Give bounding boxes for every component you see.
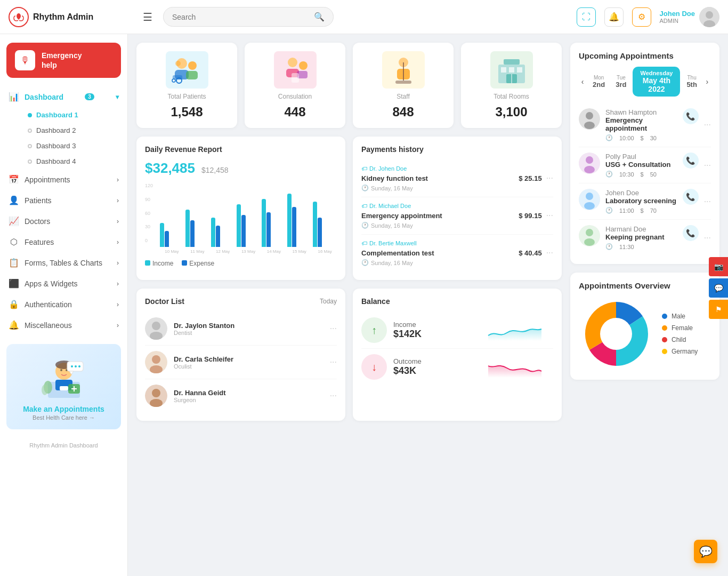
clock-icon-0: 🕐 [361, 185, 369, 191]
chart-legend: Income Expense [145, 258, 337, 268]
hamburger-icon[interactable]: ☰ [143, 11, 152, 23]
expand-icon-btn[interactable]: ⛶ [577, 7, 596, 27]
chevron-up-icon: ▾ [116, 93, 119, 101]
appt-info-1: Polly Paul USG + Consultation 🕐 10:30 $ … [605, 153, 677, 178]
svg-rect-41 [501, 67, 506, 73]
stat-card-staff: Staff 848 [353, 43, 454, 128]
settings-icon-btn[interactable]: ⚙ [632, 7, 651, 27]
sidebar-label-appointments: Appointments [25, 175, 70, 184]
cal-next-btn[interactable]: › [703, 75, 711, 88]
cal-day-wed[interactable]: Wednesday May 4th 2022 [633, 67, 680, 97]
sidebar-item-dashboard[interactable]: 📊 Dashboard 3 ▾ [0, 86, 127, 107]
sidebar-item-apps[interactable]: ⬛ Apps & Widgets › [0, 273, 127, 294]
appt-price-1: 50 [650, 171, 657, 178]
payment-dots-1[interactable]: ··· [546, 211, 553, 220]
sidebar-item-doctors[interactable]: 📈 Doctors › [0, 211, 127, 231]
appt-call-btn-3[interactable]: 📞 [683, 225, 699, 241]
doctor-dots-0[interactable]: ··· [330, 324, 337, 333]
sidebar-item-patients[interactable]: 👤 Patients › [0, 190, 127, 211]
appt-dots-0[interactable]: ··· [704, 120, 711, 130]
payments-title: Payments history [361, 145, 553, 154]
stat-label-consultation: Consulation [278, 93, 312, 100]
doctor-list-card: Doctor List Today Dr. Jaylon Stanton Den… [136, 289, 345, 421]
svg-rect-25 [186, 71, 198, 79]
x-label-2: 12 May [211, 249, 235, 254]
clock-icon-appt-2: 🕐 [605, 207, 613, 214]
payment-dots-2[interactable]: ··· [546, 248, 553, 258]
sub-item-dashboard4[interactable]: Dashboard 4 [19, 154, 127, 169]
cal-prev-btn[interactable]: ‹ [579, 75, 586, 88]
bar-income-3 [237, 204, 241, 247]
appt-call-btn-1[interactable]: 📞 [683, 153, 699, 169]
payment-doctor-1: 🏷Dr. Michael Doe [361, 203, 553, 209]
user-avatar[interactable] [699, 7, 719, 27]
doctor-dots-1[interactable]: ··· [330, 357, 337, 367]
svg-rect-29 [173, 75, 182, 79]
staff-illustration [382, 51, 425, 89]
sub-item-dashboard1[interactable]: Dashboard 1 [19, 107, 127, 123]
clock-icon-appt-1: 🕐 [605, 171, 613, 178]
revenue-amount: $32,485 [145, 160, 195, 177]
dot-icon [28, 144, 32, 148]
user-name: Johen Doe [660, 10, 695, 18]
side-chat-icon[interactable]: 💬 [709, 278, 728, 298]
side-camera-icon[interactable]: 📷 [709, 257, 728, 276]
clock-icon-2: 🕐 [361, 259, 369, 266]
doctor-list-header: Doctor List Today [145, 297, 337, 306]
doctor-name-2: Dr. Hanna Geidt [174, 389, 323, 397]
sidebar-footer: Rhythm Admin Dashboard [0, 438, 127, 453]
doctor-spec-0: Dentist [174, 330, 323, 336]
appt-title-0: Emergency appointment [605, 116, 677, 132]
appt-title-1: USG + Consultation [605, 161, 677, 169]
cal-day-thu[interactable]: Thu 5th [682, 73, 701, 91]
search-input[interactable] [172, 13, 310, 21]
svg-point-32 [299, 61, 308, 70]
svg-rect-8 [60, 386, 68, 390]
payment-date-0: 🕐Sunday, 16 May [361, 185, 553, 191]
sidebar-item-miscellaneous[interactable]: 🔔 Miscellaneous › [0, 315, 127, 335]
cal-day-mon[interactable]: Mon 2nd [588, 73, 609, 91]
appt-meta-3: 🕐 11:30 [605, 243, 677, 250]
payment-row-2: Complementation test $ 40.45 ··· [361, 248, 553, 258]
side-flag-icon[interactable]: ⚑ [709, 300, 728, 319]
rooms-illustration [490, 51, 533, 89]
topnav: Rhythm Admin ☰ 🔍 ⛶ 🔔 ⚙ Johen Doe ADMIN [0, 0, 728, 34]
sub-item-dashboard2[interactable]: Dashboard 2 [19, 123, 127, 138]
stat-card-consultation: Consulation 448 [245, 43, 345, 128]
logo: Rhythm Admin [9, 7, 136, 27]
appt-item-1: Polly Paul USG + Consultation 🕐 10:30 $ … [579, 147, 711, 183]
promo-sub[interactable]: Best Helth Care here → [15, 414, 112, 421]
pie-chart [579, 297, 653, 371]
bell-icon-btn[interactable]: 🔔 [604, 7, 624, 27]
appt-dots-2[interactable]: ··· [704, 197, 711, 206]
appt-dots-1[interactable]: ··· [704, 161, 711, 170]
appt-call-btn-2[interactable]: 📞 [683, 189, 699, 205]
stat-label-staff: Staff [397, 93, 409, 100]
payment-item-0: 🏷Dr. Johen Doe Kidney function test $ 25… [361, 160, 553, 197]
balance-income-value: $142K [393, 329, 470, 340]
payment-row-1: Emergency appointment $ 99.15 ··· [361, 211, 553, 220]
balance-outcome-info: Outcome $43K [393, 357, 470, 377]
appt-call-btn-0[interactable]: 📞 [683, 108, 699, 124]
sub-item-dashboard3[interactable]: Dashboard 3 [19, 138, 127, 154]
sidebar-label-apps: Apps & Widgets [25, 279, 78, 288]
cal-day-tue[interactable]: Tue 3rd [611, 73, 630, 91]
appt-dots-3[interactable]: ··· [704, 233, 711, 243]
chat-bubble-btn[interactable]: 💬 [694, 540, 717, 563]
svg-point-65 [586, 229, 593, 236]
payment-dots-0[interactable]: ··· [546, 173, 553, 183]
sidebar-item-authentication[interactable]: 🔒 Authentication › [0, 294, 127, 315]
appt-title-3: Keeping pregnant [605, 233, 677, 241]
sidebar-item-appointments[interactable]: 📅 Appointments › [0, 169, 127, 190]
doctor-dots-2[interactable]: ··· [330, 391, 337, 401]
appt-time-0: 10:00 [619, 135, 634, 141]
svg-rect-43 [517, 67, 522, 73]
chevron-right-icon8: › [117, 322, 119, 329]
dashboard-icon: 📊 [9, 92, 19, 102]
sidebar-item-forms[interactable]: 📋 Forms, Tables & Charts › [0, 252, 127, 273]
emergency-text: Emergencyhelp [42, 51, 82, 70]
sidebar-item-features[interactable]: ⬡ Features › [0, 231, 127, 252]
search-bar[interactable]: 🔍 [163, 7, 334, 27]
appt-meta-2: 🕐 11:00 $ 70 [605, 207, 677, 214]
emergency-button[interactable]: 🎙 Emergencyhelp [6, 43, 121, 78]
